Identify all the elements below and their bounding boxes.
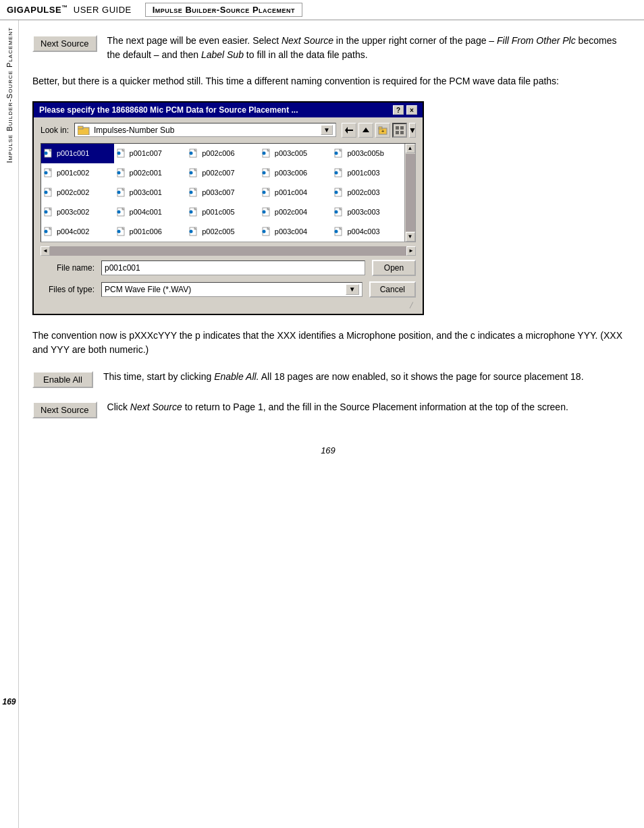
file-icon [334, 227, 345, 236]
file-item[interactable]: p002c006 [186, 144, 259, 163]
file-name: p003c005 [275, 149, 307, 157]
section2-text2: All 18 pages are now enabled, so it show… [259, 371, 584, 382]
file-item[interactable]: p003c006 [259, 163, 332, 183]
file-item[interactable]: p004c001 [114, 202, 187, 222]
file-item[interactable]: p001c006 [114, 222, 187, 242]
scroll-up-btn[interactable]: ▲ [406, 144, 415, 153]
file-item[interactable]: p001c003 [331, 163, 404, 183]
file-item[interactable]: p001c004 [259, 183, 332, 202]
file-item[interactable]: p002c001 [114, 163, 187, 183]
file-item[interactable]: p001c001 [41, 144, 114, 163]
horizontal-scrollbar[interactable]: ◄ ► [41, 246, 416, 256]
file-item[interactable]: p003c007 [186, 183, 259, 202]
svg-point-56 [335, 191, 338, 194]
guide-label: User Guide [74, 5, 132, 16]
file-name: p004c003 [347, 227, 379, 236]
resize-grip[interactable]: ╱ [406, 303, 416, 308]
svg-point-14 [45, 152, 48, 155]
next-source-btn-1[interactable]: Next Source [32, 35, 97, 52]
section2-italic1: Enable All. [214, 371, 259, 382]
file-item[interactable]: p003c005 [259, 144, 332, 163]
filetype-label: Files of type: [41, 285, 95, 294]
toolbar-view-arrow[interactable]: ▼ [409, 123, 416, 138]
file-item[interactable]: p004c003 [331, 222, 404, 242]
file-icon [117, 168, 128, 177]
file-item[interactable]: p001c002 [41, 163, 114, 183]
file-item[interactable]: p004c002 [41, 222, 114, 242]
file-item[interactable]: p002c007 [186, 163, 259, 183]
file-name: p002c003 [347, 188, 379, 196]
section3-text-before: Click [107, 402, 130, 412]
sidebar: Impulse Builder-Source Placement 169 [0, 20, 19, 828]
file-item[interactable]: p001c005 [186, 202, 259, 222]
next-source-btn-2[interactable]: Next Source [32, 402, 97, 418]
file-icon [334, 148, 345, 158]
file-item[interactable]: p003c001 [114, 183, 187, 202]
scroll-track[interactable] [406, 154, 415, 231]
file-name: p004c002 [57, 227, 89, 236]
dialog-help-button[interactable]: ? [393, 105, 404, 115]
lookin-label: Look in: [41, 126, 69, 135]
file-item[interactable]: p002c005 [186, 222, 259, 242]
lookin-dropdown-arrow[interactable]: ▼ [321, 125, 333, 135]
svg-point-44 [45, 191, 48, 194]
file-name: p002c002 [57, 188, 89, 196]
filename-label: File name: [41, 263, 95, 273]
lookin-value: Impulses-Number Sub [94, 126, 317, 135]
filename-row: File name: Open [41, 260, 416, 276]
svg-text:+: + [381, 128, 385, 134]
svg-marker-4 [363, 128, 369, 132]
paragraph1: Better, but there is a quicker method st… [32, 74, 624, 89]
file-name: p002c001 [130, 169, 162, 177]
svg-point-80 [190, 230, 193, 233]
enable-all-button-wrapper[interactable]: Enable All [32, 370, 93, 388]
hscroll-right-btn[interactable]: ► [406, 246, 416, 256]
file-name: p003c001 [130, 188, 162, 196]
svg-point-29 [45, 171, 48, 175]
filetype-arrow[interactable]: ▼ [346, 284, 359, 295]
file-name: p002c005 [202, 227, 234, 236]
folder-icon [78, 126, 90, 135]
file-list: p001c001p001c007p002c006p003c005p003c005… [41, 144, 404, 242]
file-item[interactable]: p001c007 [114, 144, 187, 163]
section3-italic1: Next Source [130, 402, 182, 412]
svg-marker-2 [345, 127, 348, 134]
svg-point-17 [117, 152, 120, 155]
file-item[interactable]: p002c002 [41, 183, 114, 202]
scroll-down-btn[interactable]: ▼ [406, 232, 415, 242]
file-icon [189, 207, 200, 217]
file-item[interactable]: p003c002 [41, 202, 114, 222]
trademark: ™ [61, 4, 68, 11]
dialog-title: Please specify the 18688680 Mic PCM Data… [39, 105, 298, 115]
file-name: p004c001 [130, 208, 162, 216]
enable-all-btn[interactable]: Enable All [32, 371, 93, 388]
open-button[interactable]: Open [372, 260, 416, 276]
toolbar-view-button[interactable] [392, 123, 407, 138]
file-name: p003c003 [347, 208, 379, 216]
vertical-scrollbar[interactable]: ▲ ▼ [404, 144, 415, 242]
next-source-button-1[interactable]: Next Source [32, 34, 97, 52]
file-item[interactable]: p003c005b [331, 144, 404, 163]
toolbar-up-button[interactable] [358, 123, 373, 138]
file-item[interactable]: p002c004 [259, 202, 332, 222]
file-item[interactable]: p003c003 [331, 202, 404, 222]
file-icon [189, 168, 200, 177]
hscroll-left-btn[interactable]: ◄ [41, 246, 50, 256]
section1-text4: to fill in all the data file paths. [244, 49, 368, 60]
file-name: p002c004 [275, 208, 307, 216]
lookin-combo[interactable]: Impulses-Number Sub ▼ [74, 123, 336, 137]
filename-input[interactable] [101, 260, 365, 275]
hscroll-track[interactable] [50, 246, 406, 256]
cancel-button[interactable]: Cancel [369, 281, 416, 298]
file-item[interactable]: p003c004 [259, 222, 332, 242]
file-icon [44, 207, 55, 217]
dialog-close-button[interactable]: × [406, 105, 417, 115]
section1-text: The next page will be even easier. Selec… [107, 34, 624, 62]
section3-text2: to return to Page 1, and the fill in the… [182, 402, 568, 412]
toolbar-new-folder-button[interactable]: + [375, 123, 390, 138]
dialog-titlebar: Please specify the 18688680 Mic PCM Data… [34, 103, 423, 117]
next-source-button-2[interactable]: Next Source [32, 400, 97, 418]
filetype-combo[interactable]: PCM Wave File (*.WAV) ▼ [101, 282, 363, 297]
toolbar-back-button[interactable] [342, 123, 356, 138]
file-item[interactable]: p002c003 [331, 183, 404, 202]
